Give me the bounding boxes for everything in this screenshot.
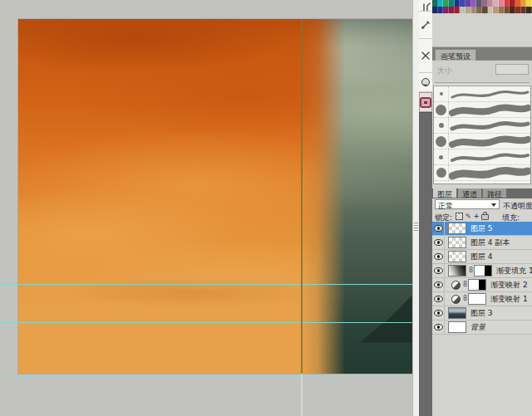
layer-thumbnail[interactable] — [448, 223, 466, 234]
color-swatch[interactable] — [510, 0, 515, 7]
color-swatch[interactable] — [526, 0, 532, 7]
layer-row[interactable]: 8渐变填充 1 — [432, 264, 532, 278]
layer-name[interactable]: 渐变填充 1 — [496, 266, 532, 277]
layer-row[interactable]: 图层 4 副本 — [432, 236, 532, 250]
color-swatch[interactable] — [482, 0, 488, 7]
blend-mode-dropdown[interactable]: 正常 — [435, 199, 500, 209]
color-swatch[interactable] — [521, 0, 527, 7]
divider-grip-icon[interactable] — [414, 223, 418, 232]
lock-transparency-icon[interactable] — [456, 213, 463, 220]
brush-preset-row[interactable] — [434, 165, 530, 181]
color-swatch[interactable] — [471, 7, 477, 13]
brush-preset-row[interactable] — [434, 118, 530, 134]
color-swatch[interactable] — [466, 0, 471, 7]
horizontal-guide[interactable] — [0, 284, 412, 285]
color-swatch[interactable] — [438, 0, 444, 7]
layer-row[interactable]: 背景 — [432, 321, 532, 335]
color-swatch[interactable] — [432, 7, 438, 13]
brush-preset-row[interactable] — [434, 86, 530, 102]
color-swatch[interactable] — [476, 7, 482, 13]
color-swatch[interactable] — [515, 7, 521, 13]
color-swatch[interactable] — [455, 0, 461, 7]
color-swatch[interactable] — [505, 0, 510, 7]
tool-icon-partial[interactable] — [419, 0, 432, 12]
color-swatch[interactable] — [438, 7, 444, 13]
horizontal-guide[interactable] — [0, 322, 412, 323]
visibility-eye-icon[interactable] — [434, 253, 443, 260]
color-swatch[interactable] — [499, 7, 505, 13]
canvas-image[interactable] — [18, 19, 412, 374]
layer-mask-thumbnail[interactable] — [468, 279, 486, 291]
layer-row[interactable]: 图层 3 — [432, 306, 532, 321]
color-swatch[interactable] — [510, 7, 515, 13]
horizontal-guide[interactable] — [0, 376, 412, 377]
tab-brush-presets[interactable]: 画笔预设 — [435, 49, 476, 61]
visibility-eye-icon[interactable] — [434, 267, 443, 274]
lock-paint-icon[interactable]: ✎ — [466, 213, 471, 220]
eye-column[interactable] — [432, 278, 445, 291]
quick-mask-icon[interactable] — [419, 92, 432, 112]
layer-row[interactable]: 8渐变映射 2 — [432, 278, 532, 292]
tab-通道[interactable]: 通道 — [458, 188, 481, 198]
color-swatch[interactable] — [493, 7, 499, 13]
color-swatch[interactable] — [471, 0, 477, 7]
layer-thumbnail[interactable] — [448, 237, 466, 248]
visibility-eye-icon[interactable] — [434, 324, 443, 330]
eye-column[interactable] — [432, 264, 445, 277]
layer-mask-thumbnail[interactable] — [468, 293, 486, 305]
visibility-eye-icon[interactable] — [434, 281, 443, 288]
eye-column[interactable] — [432, 292, 445, 306]
layer-row[interactable]: 图层 4 — [432, 250, 532, 264]
eye-column[interactable] — [432, 250, 445, 263]
brush-size-input[interactable] — [495, 64, 529, 75]
layer-row[interactable]: 8渐变映射 1 — [432, 292, 532, 306]
color-swatch[interactable] — [488, 7, 494, 13]
color-swatch[interactable] — [460, 7, 466, 13]
visibility-eye-icon[interactable] — [434, 310, 443, 316]
color-swatch[interactable] — [460, 0, 466, 7]
layer-name[interactable]: 图层 3 — [470, 308, 493, 319]
color-swatch[interactable] — [521, 7, 527, 13]
color-swatch[interactable] — [455, 7, 461, 13]
eye-column[interactable] — [432, 222, 445, 235]
eye-column[interactable] — [432, 236, 445, 249]
visibility-eye-icon[interactable] — [434, 239, 443, 246]
brush-tool-icon[interactable] — [419, 12, 432, 39]
layer-name[interactable]: 背景 — [470, 322, 485, 333]
color-swatch[interactable] — [466, 7, 471, 13]
color-swatch[interactable] — [449, 0, 455, 7]
layer-thumbnail[interactable] — [448, 251, 466, 262]
lock-move-icon[interactable]: + — [474, 213, 480, 220]
layer-row[interactable]: 图层 5 — [432, 222, 532, 236]
visibility-eye-icon[interactable] — [434, 225, 443, 232]
color-swatch[interactable] — [482, 7, 488, 13]
layer-mask-thumbnail[interactable] — [474, 265, 492, 277]
lock-all-icon[interactable] — [481, 214, 489, 220]
color-swatch[interactable] — [515, 0, 521, 7]
visibility-eye-icon[interactable] — [434, 296, 443, 302]
vertical-guide[interactable] — [301, 19, 303, 374]
eye-column[interactable] — [432, 306, 445, 320]
layer-thumbnail[interactable] — [448, 265, 466, 277]
brush-preset-row[interactable] — [434, 134, 530, 149]
document-canvas-area[interactable] — [0, 0, 412, 416]
color-swatch[interactable] — [493, 0, 499, 7]
color-swatch[interactable] — [505, 7, 510, 13]
color-swatch[interactable] — [432, 0, 438, 7]
layer-name[interactable]: 图层 5 — [470, 223, 493, 234]
sphere-tool-icon[interactable] — [419, 73, 432, 92]
color-swatch[interactable] — [526, 7, 532, 13]
layer-name[interactable]: 渐变映射 1 — [490, 294, 528, 305]
eye-column[interactable] — [432, 321, 445, 334]
tab-路径[interactable]: 路径 — [483, 188, 506, 198]
brush-preset-row[interactable] — [434, 102, 530, 118]
layer-thumbnail[interactable] — [448, 321, 466, 333]
color-swatch[interactable] — [443, 0, 449, 7]
layer-name[interactable]: 图层 4 副本 — [470, 237, 510, 248]
color-swatch[interactable] — [499, 0, 505, 7]
panel-divider[interactable] — [412, 0, 419, 416]
tab-图层[interactable]: 图层 — [433, 188, 456, 198]
color-swatch[interactable] — [476, 0, 482, 7]
brush-preset-row[interactable] — [434, 149, 530, 165]
color-swatch[interactable] — [488, 0, 494, 7]
